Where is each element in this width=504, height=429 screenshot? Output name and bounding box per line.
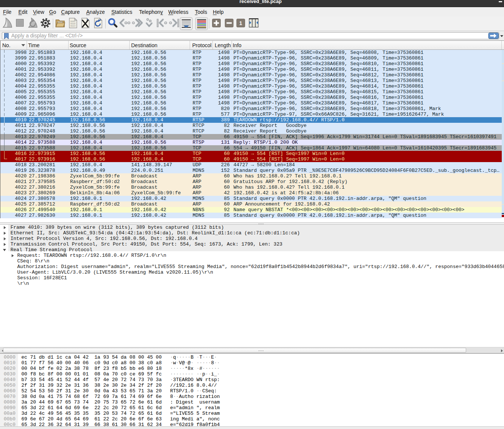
svg-text:0113: 0113 <box>70 25 75 27</box>
svg-text:1: 1 <box>239 20 242 26</box>
